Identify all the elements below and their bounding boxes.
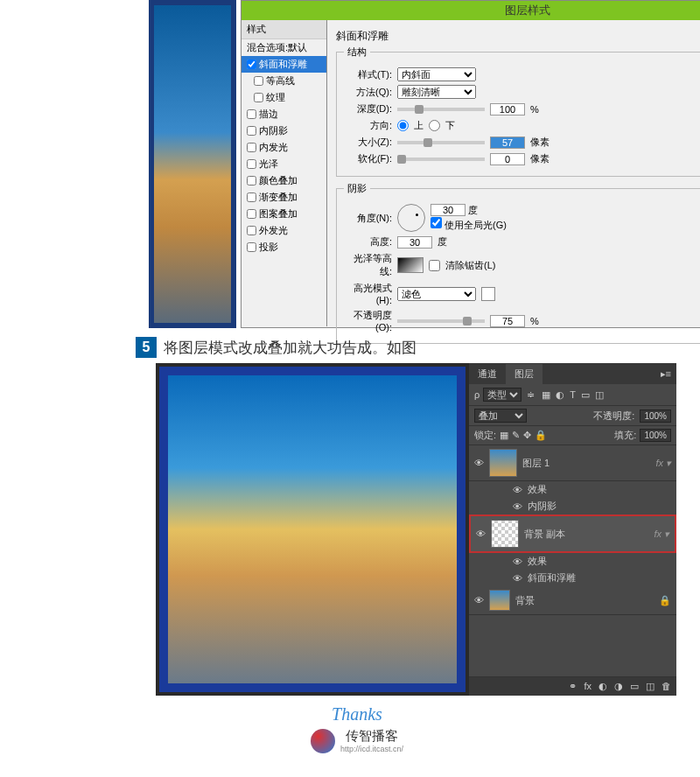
style-bevel[interactable]: 斜面和浮雕 (242, 56, 326, 73)
filter-shape-icon[interactable]: ▭ (581, 389, 590, 401)
lock-all-icon[interactable]: 🔒 (535, 430, 547, 441)
top-section: 图层样式 样式 混合选项:默认 斜面和浮雕 等高线 纹理 描边 (149, 0, 691, 328)
lock-icon: 🔒 (659, 595, 671, 606)
lock-transparent-icon[interactable]: ▦ (500, 430, 508, 441)
adjustment-icon[interactable]: ◑ (614, 681, 623, 692)
panel-tabs: 通道 图层 ▸≡ (469, 363, 676, 384)
style-list: 样式 混合选项:默认 斜面和浮雕 等高线 纹理 描边 内阴影 内发光 光泽 (242, 20, 327, 326)
gloss-label: 光泽等高线: (344, 252, 392, 278)
filter-adjust-icon[interactable]: ◐ (556, 389, 564, 401)
layer-thumb (489, 590, 510, 611)
highlight-color[interactable] (481, 287, 495, 301)
panel-footer: ⚭ fx ◐ ◑ ▭ ◫ 🗑 (469, 676, 676, 696)
depth-slider[interactable] (397, 108, 485, 111)
thanks-footer: Thanks 传智播客 http://icd.itcast.cn/ (311, 704, 403, 753)
gloss-contour[interactable] (397, 257, 424, 273)
trash-icon[interactable]: 🗑 (662, 681, 671, 692)
style-outer-glow[interactable]: 外发光 (242, 222, 326, 239)
lock-pixels-icon[interactable]: ✎ (512, 430, 520, 441)
panel-filter-row: ρ 类型 ≑ ▦ ◐ T ▭ ◫ (469, 384, 676, 406)
layer-bg[interactable]: 👁 背景 🔒 (469, 586, 676, 615)
style-satin[interactable]: 光泽 (242, 156, 326, 172)
method-select[interactable]: 雕刻清晰 (397, 85, 476, 99)
style-inner-shadow[interactable]: 内阴影 (242, 122, 326, 139)
filter-smart-icon[interactable]: ◫ (595, 389, 604, 401)
style-list-header: 样式 (242, 20, 326, 39)
eye-icon[interactable]: 👁 (513, 556, 522, 567)
style-inner-glow[interactable]: 内发光 (242, 139, 326, 156)
depth-label: 深度(D): (344, 102, 392, 116)
layer-1[interactable]: 👁 图层 1 fx ▾ (469, 445, 676, 481)
style-contour-check[interactable] (254, 76, 263, 86)
style-texture-check[interactable] (254, 93, 263, 102)
style-contour[interactable]: 等高线 (242, 73, 326, 89)
soften-input[interactable] (490, 153, 525, 165)
filter-type-select[interactable]: 类型 (483, 388, 522, 402)
structure-fieldset: 结构 样式(T): 内斜面 方法(Q): 雕刻清晰 深度(D): % (336, 46, 700, 177)
style-drop-shadow[interactable]: 投影 (242, 239, 326, 256)
style-type-select[interactable]: 内斜面 (397, 67, 476, 81)
group-icon[interactable]: ▭ (630, 681, 639, 692)
dir-up-radio[interactable] (397, 120, 409, 131)
opacity-slider[interactable] (397, 319, 485, 323)
blend-row: 叠加 不透明度: 100% (469, 406, 676, 426)
opacity-label: 不透明度(O): (344, 309, 392, 332)
antialias-check[interactable] (429, 260, 440, 271)
size-label: 大小(Z): (344, 136, 392, 149)
opacity-value[interactable]: 100% (640, 410, 671, 423)
style-texture[interactable]: 纹理 (242, 89, 326, 106)
lock-position-icon[interactable]: ✥ (523, 430, 531, 441)
filter-type-icon[interactable]: T (570, 389, 576, 401)
layer-thumb (489, 449, 517, 477)
depth-input[interactable] (490, 103, 525, 116)
fx-icon[interactable]: fx ▾ (655, 458, 671, 469)
angle-label: 角度(N): (344, 212, 392, 225)
angle-input[interactable] (430, 204, 466, 216)
new-layer-icon[interactable]: ◫ (646, 681, 654, 692)
eye-icon[interactable]: 👁 (513, 485, 522, 495)
style-pattern-overlay[interactable]: 图案叠加 (242, 206, 326, 222)
bevel-effect[interactable]: 👁 斜面和浮雕 (469, 570, 676, 586)
dir-down-radio[interactable] (429, 120, 440, 131)
soften-slider[interactable] (397, 158, 485, 161)
panel-menu-icon[interactable]: ▸≡ (655, 368, 676, 380)
layer-style-dialog: 图层样式 样式 混合选项:默认 斜面和浮雕 等高线 纹理 描边 (241, 0, 700, 328)
effects-label[interactable]: 👁 效果 (469, 481, 676, 498)
altitude-label: 高度: (344, 235, 392, 248)
opacity-input[interactable] (490, 315, 525, 327)
fx-footer-icon[interactable]: fx (584, 681, 592, 692)
link-icon[interactable]: ⚭ (569, 681, 577, 692)
logo-icon (311, 729, 335, 753)
style-color-overlay[interactable]: 颜色叠加 (242, 172, 326, 189)
style-type-label: 样式(T): (344, 68, 392, 81)
size-input[interactable] (490, 136, 525, 149)
effects-label-2[interactable]: 👁 效果 (469, 553, 676, 570)
style-stroke[interactable]: 描边 (242, 106, 326, 122)
mask-icon[interactable]: ◐ (598, 681, 607, 692)
filter-pixel-icon[interactable]: ▦ (542, 389, 550, 401)
eye-icon[interactable]: 👁 (474, 458, 484, 468)
eye-icon[interactable]: 👁 (513, 501, 522, 512)
soften-label: 软化(F): (344, 152, 392, 165)
altitude-input[interactable] (397, 236, 432, 248)
blend-mode-select[interactable]: 叠加 (474, 409, 527, 423)
size-slider[interactable] (397, 141, 485, 144)
style-bevel-check[interactable] (247, 60, 256, 69)
layer-bg-copy[interactable]: 👁 背景 副本 fx ▾ (469, 514, 676, 553)
eye-icon[interactable]: 👁 (513, 573, 522, 584)
blend-defaults[interactable]: 混合选项:默认 (242, 39, 326, 56)
eye-icon[interactable]: 👁 (474, 595, 484, 606)
inner-shadow-effect[interactable]: 👁 内阴影 (469, 498, 676, 514)
brand-name: 传智播客 (340, 728, 403, 745)
fill-value[interactable]: 100% (640, 429, 671, 442)
layers-tab[interactable]: 图层 (506, 364, 542, 384)
fx-icon[interactable]: fx ▾ (654, 528, 669, 540)
layer-thumb (491, 520, 519, 548)
angle-dial[interactable] (397, 204, 425, 232)
bottom-section: 通道 图层 ▸≡ ρ 类型 ≑ ▦ ◐ T ▭ ◫ 叠加 不透明度: 100% … (156, 363, 676, 696)
style-gradient-overlay[interactable]: 渐变叠加 (242, 189, 326, 206)
eye-icon[interactable]: 👁 (476, 528, 486, 539)
global-light-check[interactable] (430, 217, 442, 228)
channels-tab[interactable]: 通道 (469, 364, 506, 384)
highlight-mode-select[interactable]: 滤色 (397, 287, 476, 301)
